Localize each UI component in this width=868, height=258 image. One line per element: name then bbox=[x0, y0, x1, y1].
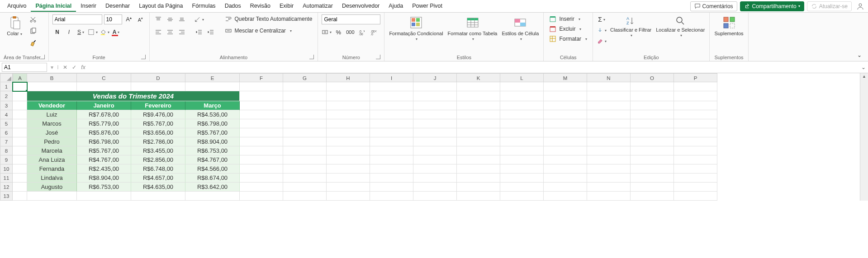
cell-K1[interactable] bbox=[457, 82, 500, 91]
align-center-button[interactable] bbox=[165, 27, 175, 37]
menu-tab-inserir[interactable]: Inserir bbox=[76, 1, 101, 12]
cell-K7[interactable] bbox=[457, 137, 500, 146]
share-button[interactable]: Compartilhamento ▾ bbox=[740, 1, 804, 11]
cell-C4[interactable]: R$7.678,00 bbox=[77, 110, 131, 119]
cell-L12[interactable] bbox=[500, 183, 544, 192]
cell-A5[interactable] bbox=[13, 119, 27, 128]
cell-B12[interactable]: Augusto bbox=[27, 183, 77, 192]
col-header-E[interactable]: E bbox=[185, 73, 240, 82]
cell-H7[interactable] bbox=[327, 137, 370, 146]
cell-E12[interactable]: R$3.642,00 bbox=[185, 183, 240, 192]
cell-A7[interactable] bbox=[13, 137, 27, 146]
col-header-C[interactable]: C bbox=[77, 73, 131, 82]
cell-L5[interactable] bbox=[500, 119, 544, 128]
cell-K2[interactable] bbox=[457, 91, 500, 101]
col-header-P[interactable]: P bbox=[674, 73, 717, 82]
cell-O11[interactable] bbox=[631, 174, 674, 183]
delete-cells-button[interactable]: Excluir bbox=[547, 24, 583, 33]
col-header-M[interactable]: M bbox=[544, 73, 587, 82]
cell-J13[interactable] bbox=[413, 192, 457, 201]
cell-H8[interactable] bbox=[327, 146, 370, 155]
col-header-B[interactable]: B bbox=[27, 73, 77, 82]
row-header-8[interactable]: 8 bbox=[0, 146, 13, 155]
cell-D3[interactable]: Fevereiro bbox=[131, 101, 185, 110]
cell-C7[interactable]: R$6.798,00 bbox=[77, 137, 131, 146]
cell-I2[interactable] bbox=[370, 91, 413, 101]
cell-J3[interactable] bbox=[413, 101, 457, 110]
clipboard-dialog-launcher[interactable] bbox=[40, 55, 45, 59]
cell-L3[interactable] bbox=[500, 101, 544, 110]
cell-H5[interactable] bbox=[327, 119, 370, 128]
cell-F12[interactable] bbox=[240, 183, 283, 192]
fill-color-button[interactable] bbox=[100, 27, 109, 37]
cancel-formula-button[interactable]: ✕ bbox=[61, 64, 70, 70]
col-header-G[interactable]: G bbox=[283, 73, 327, 82]
cell-L4[interactable] bbox=[500, 110, 544, 119]
cell-E1[interactable] bbox=[185, 82, 240, 91]
cell-G9[interactable] bbox=[283, 155, 327, 164]
sort-filter-button[interactable]: AZ Classificar e Filtrar bbox=[609, 14, 652, 38]
cell-I4[interactable] bbox=[370, 110, 413, 119]
cell-K3[interactable] bbox=[457, 101, 500, 110]
align-middle-button[interactable] bbox=[165, 14, 175, 24]
cell-O8[interactable] bbox=[631, 146, 674, 155]
format-table-button[interactable]: Formatar como Tabela bbox=[447, 14, 498, 42]
update-button[interactable]: Atualizar-se bbox=[807, 1, 852, 11]
cell-I5[interactable] bbox=[370, 119, 413, 128]
cell-G6[interactable] bbox=[283, 128, 327, 137]
cell-H3[interactable] bbox=[327, 101, 370, 110]
number-format-combo[interactable] bbox=[322, 14, 380, 24]
cell-G5[interactable] bbox=[283, 119, 327, 128]
autosum-button[interactable]: Σ bbox=[597, 14, 607, 24]
cell-I10[interactable] bbox=[370, 164, 413, 174]
cell-L8[interactable] bbox=[500, 146, 544, 155]
cell-K6[interactable] bbox=[457, 128, 500, 137]
cell-O7[interactable] bbox=[631, 137, 674, 146]
cell-C10[interactable]: R$2.435,00 bbox=[77, 164, 131, 174]
bold-button[interactable]: N bbox=[52, 27, 62, 37]
cell-D8[interactable]: R$3.455,00 bbox=[131, 146, 185, 155]
font-name-combo[interactable] bbox=[52, 14, 102, 24]
cell-L13[interactable] bbox=[500, 192, 544, 201]
cell-N9[interactable] bbox=[587, 155, 631, 164]
cell-G1[interactable] bbox=[283, 82, 327, 91]
cell-P13[interactable] bbox=[674, 192, 717, 201]
cell-B1[interactable] bbox=[27, 82, 77, 91]
cell-P9[interactable] bbox=[674, 155, 717, 164]
cell-F7[interactable] bbox=[240, 137, 283, 146]
thousands-button[interactable]: 000 bbox=[345, 27, 355, 37]
cell-E11[interactable]: R$8.674,00 bbox=[185, 174, 240, 183]
cell-H10[interactable] bbox=[327, 164, 370, 174]
cell-C6[interactable]: R$5.876,00 bbox=[77, 128, 131, 137]
cell-N5[interactable] bbox=[587, 119, 631, 128]
cell-A4[interactable] bbox=[13, 110, 27, 119]
increase-font-button[interactable]: A▴ bbox=[124, 14, 134, 24]
cell-N6[interactable] bbox=[587, 128, 631, 137]
cell-E5[interactable]: R$6.798,00 bbox=[185, 119, 240, 128]
cell-M11[interactable] bbox=[544, 174, 587, 183]
cell-M10[interactable] bbox=[544, 164, 587, 174]
fill-button[interactable] bbox=[597, 25, 607, 35]
cell-K11[interactable] bbox=[457, 174, 500, 183]
cell-P6[interactable] bbox=[674, 128, 717, 137]
col-header-D[interactable]: D bbox=[131, 73, 185, 82]
namebox-dropdown[interactable]: ▾ bbox=[49, 64, 55, 70]
cell-H6[interactable] bbox=[327, 128, 370, 137]
cell-M6[interactable] bbox=[544, 128, 587, 137]
cell-C13[interactable] bbox=[77, 192, 131, 201]
cell-P2[interactable] bbox=[674, 91, 717, 101]
row-header-7[interactable]: 7 bbox=[0, 137, 13, 146]
cell-M12[interactable] bbox=[544, 183, 587, 192]
cell-F10[interactable] bbox=[240, 164, 283, 174]
cell-A1[interactable] bbox=[13, 82, 27, 91]
row-header-13[interactable]: 13 bbox=[0, 192, 13, 201]
cell-D10[interactable]: R$6.748,00 bbox=[131, 164, 185, 174]
cell-H13[interactable] bbox=[327, 192, 370, 201]
cell-N8[interactable] bbox=[587, 146, 631, 155]
cell-E10[interactable]: R$4.566,00 bbox=[185, 164, 240, 174]
cell-P12[interactable] bbox=[674, 183, 717, 192]
menu-tab-dados[interactable]: Dados bbox=[220, 1, 246, 12]
cell-B13[interactable] bbox=[27, 192, 77, 201]
cell-M7[interactable] bbox=[544, 137, 587, 146]
cell-J7[interactable] bbox=[413, 137, 457, 146]
